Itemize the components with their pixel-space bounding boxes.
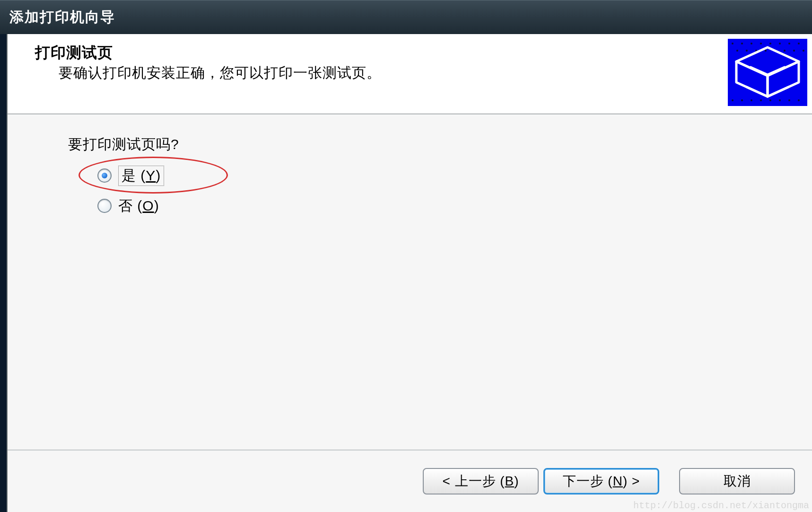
svg-point-6 — [779, 43, 781, 44]
back-button[interactable]: < 上一步 (B) — [423, 468, 539, 494]
svg-point-5 — [769, 43, 771, 44]
back-button-label: < 上一步 (B) — [442, 472, 519, 490]
svg-point-9 — [736, 50, 738, 52]
svg-point-10 — [746, 50, 748, 52]
page-subtitle: 要确认打印机安装正确，您可以打印一张测试页。 — [59, 63, 381, 83]
svg-point-18 — [741, 99, 743, 101]
svg-point-20 — [760, 99, 762, 101]
cancel-button-label: 取消 — [724, 472, 751, 490]
radio-option-no[interactable]: 否 (O) — [97, 196, 164, 215]
svg-point-21 — [769, 99, 771, 101]
cancel-button[interactable]: 取消 — [679, 468, 795, 494]
radio-label-yes: 是 (Y) — [118, 166, 164, 186]
svg-point-12 — [765, 50, 767, 52]
title-bar-text: 添加打印机向导 — [9, 8, 115, 27]
next-button[interactable]: 下一步 (N) > — [543, 468, 659, 494]
radio-group-print-test: 是 (Y) 否 (O) — [97, 166, 164, 227]
svg-point-7 — [788, 43, 790, 44]
svg-point-15 — [793, 50, 795, 52]
printer-icon — [728, 39, 807, 106]
svg-point-3 — [751, 43, 752, 44]
svg-point-8 — [798, 43, 800, 44]
svg-point-23 — [788, 99, 790, 101]
svg-point-4 — [760, 43, 762, 44]
radio-icon — [97, 168, 112, 183]
radio-icon — [97, 199, 112, 213]
svg-point-24 — [798, 99, 800, 101]
svg-point-14 — [784, 50, 786, 52]
body-panel: 要打印测试页吗? 是 (Y) 否 (O) — [8, 115, 812, 450]
svg-point-2 — [741, 43, 743, 44]
svg-point-16 — [803, 50, 804, 52]
radio-label-no: 否 (O) — [118, 196, 159, 216]
wizard-window: 添加打印机向导 打印测试页 要确认打印机安装正确，您可以打印一张测试页。 — [0, 0, 812, 512]
page-title: 打印测试页 — [35, 43, 113, 63]
footer-bar: < 上一步 (B) 下一步 (N) > 取消 — [8, 450, 812, 512]
svg-point-19 — [751, 99, 752, 101]
radio-option-yes[interactable]: 是 (Y) — [97, 166, 164, 185]
prompt-text: 要打印测试页吗? — [68, 135, 179, 154]
svg-point-1 — [732, 43, 733, 44]
svg-point-17 — [732, 99, 733, 101]
window-left-strip — [0, 0, 8, 512]
header-panel: 打印测试页 要确认打印机安装正确，您可以打印一张测试页。 — [8, 34, 812, 115]
title-bar: 添加打印机向导 — [0, 0, 812, 34]
next-button-label: 下一步 (N) > — [563, 472, 640, 490]
svg-point-22 — [779, 99, 781, 101]
